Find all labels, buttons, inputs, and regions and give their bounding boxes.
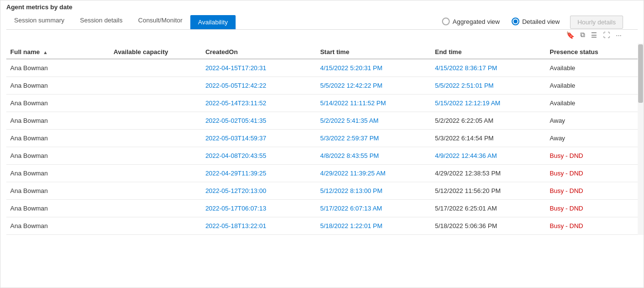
cell-created: 2022-05-17T06:07:13	[202, 200, 316, 217]
tab-session-summary[interactable]: Session summary	[6, 13, 72, 29]
cell-end: 5/17/2022 6:25:01 AM	[431, 200, 546, 217]
cell-fullname: Ana Bowman	[6, 165, 110, 182]
tab-availability[interactable]: Availability	[190, 15, 236, 29]
cell-created: 2022-05-02T05:41:35	[202, 112, 316, 130]
cell-capacity	[110, 217, 202, 235]
tab-session-details[interactable]: Session details	[72, 13, 130, 29]
cell-capacity	[110, 165, 202, 182]
cell-status: Busy - DND	[546, 165, 638, 182]
sort-arrow-fullname: ▲	[43, 50, 48, 55]
cell-created: 2022-05-03T14:59:37	[202, 130, 316, 147]
expand-icon[interactable]: ⛶	[602, 30, 611, 40]
cell-fullname: Ana Bowman	[6, 77, 110, 95]
cell-start: 4/15/2022 5:20:31 PM	[316, 59, 431, 77]
hourly-details-button[interactable]: Hourly details	[570, 16, 623, 29]
cell-end: 5/2/2022 6:22:05 AM	[431, 112, 546, 130]
cell-start: 5/14/2022 11:11:52 PM	[316, 95, 431, 112]
cell-fullname: Ana Bowman	[6, 112, 110, 130]
cell-status: Away	[546, 112, 638, 130]
cell-start: 5/17/2022 6:07:13 AM	[316, 200, 431, 217]
col-header-capacity: Available capacity	[110, 43, 202, 59]
table-row: Ana Bowman 2022-05-02T05:41:35 5/2/2022 …	[6, 112, 638, 130]
cell-end: 5/5/2022 2:51:01 PM	[431, 77, 546, 95]
cell-start: 4/29/2022 11:39:25 AM	[316, 165, 431, 182]
table-row: Ana Bowman 2022-04-15T17:20:31 4/15/2022…	[6, 59, 638, 77]
cell-start: 5/12/2022 8:13:00 PM	[316, 182, 431, 200]
cell-fullname: Ana Bowman	[6, 200, 110, 217]
cell-status: Available	[546, 95, 638, 112]
cell-fullname: Ana Bowman	[6, 217, 110, 235]
cell-start: 5/3/2022 2:59:37 PM	[316, 130, 431, 147]
table-row: Ana Bowman 2022-05-05T12:42:22 5/5/2022 …	[6, 77, 638, 95]
cell-status: Busy - DND	[546, 200, 638, 217]
cell-created: 2022-05-12T20:13:00	[202, 182, 316, 200]
cell-fullname: Ana Bowman	[6, 59, 110, 77]
cell-created: 2022-05-18T13:22:01	[202, 217, 316, 235]
cell-created: 2022-04-08T20:43:55	[202, 147, 316, 165]
cell-created: 2022-05-14T23:11:52	[202, 95, 316, 112]
cell-start: 5/18/2022 1:22:01 PM	[316, 217, 431, 235]
cell-status: Busy - DND	[546, 147, 638, 165]
cell-capacity	[110, 112, 202, 130]
cell-end: 5/3/2022 6:14:54 PM	[431, 130, 546, 147]
col-header-fullname[interactable]: Full name ▲	[6, 43, 110, 59]
copy-icon[interactable]: ⧉	[579, 30, 587, 40]
cell-end: 4/15/2022 8:36:17 PM	[431, 59, 546, 77]
table-container: Full name ▲ Available capacity CreatedOn…	[0, 43, 644, 235]
table-row: Ana Bowman 2022-05-18T13:22:01 5/18/2022…	[6, 217, 638, 235]
cell-capacity	[110, 130, 202, 147]
cell-created: 2022-04-15T17:20:31	[202, 59, 316, 77]
aggregated-radio[interactable]	[442, 18, 450, 25]
cell-status: Busy - DND	[546, 217, 638, 235]
table-row: Ana Bowman 2022-04-08T20:43:55 4/8/2022 …	[6, 147, 638, 165]
table-row: Ana Bowman 2022-05-17T06:07:13 5/17/2022…	[6, 200, 638, 217]
detailed-view-label: Detailed view	[522, 18, 560, 25]
cell-created: 2022-04-29T11:39:25	[202, 165, 316, 182]
scrollbar-track[interactable]	[638, 43, 644, 235]
cell-start: 4/8/2022 8:43:55 PM	[316, 147, 431, 165]
filter-icon[interactable]: ☰	[589, 30, 599, 40]
cell-end: 4/29/2022 12:38:53 PM	[431, 165, 546, 182]
cell-capacity	[110, 200, 202, 217]
cell-capacity	[110, 59, 202, 77]
cell-end: 5/15/2022 12:12:19 AM	[431, 95, 546, 112]
cell-capacity	[110, 182, 202, 200]
cell-status: Away	[546, 130, 638, 147]
aggregated-view-option[interactable]: Aggregated view	[442, 18, 500, 25]
cell-status: Busy - DND	[546, 182, 638, 200]
table-row: Ana Bowman 2022-05-03T14:59:37 5/3/2022 …	[6, 130, 638, 147]
page-title: Agent metrics by date	[6, 3, 638, 13]
col-header-end: End time	[431, 43, 546, 59]
page-wrapper: Agent metrics by date Session summary Se…	[0, 0, 644, 288]
cell-start: 5/2/2022 5:41:35 AM	[316, 112, 431, 130]
cell-capacity	[110, 95, 202, 112]
cell-fullname: Ana Bowman	[6, 147, 110, 165]
cell-end: 5/18/2022 5:06:36 PM	[431, 217, 546, 235]
col-header-status: Presence status	[546, 43, 638, 59]
cell-status: Available	[546, 77, 638, 95]
cell-fullname: Ana Bowman	[6, 130, 110, 147]
col-header-created: CreatedOn	[202, 43, 316, 59]
cell-end: 5/12/2022 11:56:20 PM	[431, 182, 546, 200]
cell-capacity	[110, 77, 202, 95]
tab-consult-monitor[interactable]: Consult/Monitor	[130, 13, 190, 29]
detailed-radio[interactable]	[512, 18, 519, 25]
cell-fullname: Ana Bowman	[6, 182, 110, 200]
data-table: Full name ▲ Available capacity CreatedOn…	[6, 43, 638, 235]
table-row: Ana Bowman 2022-05-12T20:13:00 5/12/2022…	[6, 182, 638, 200]
cell-created: 2022-05-05T12:42:22	[202, 77, 316, 95]
cell-capacity	[110, 147, 202, 165]
more-icon[interactable]: ···	[614, 30, 623, 40]
col-header-start: Start time	[316, 43, 431, 59]
table-row: Ana Bowman 2022-04-29T11:39:25 4/29/2022…	[6, 165, 638, 182]
aggregated-view-label: Aggregated view	[453, 18, 500, 25]
scrollbar-thumb[interactable]	[638, 44, 643, 103]
cell-end: 4/9/2022 12:44:36 AM	[431, 147, 546, 165]
detailed-view-option[interactable]: Detailed view	[512, 18, 560, 25]
cell-status: Available	[546, 59, 638, 77]
bookmark-icon[interactable]: 🔖	[565, 30, 576, 40]
table-row: Ana Bowman 2022-05-14T23:11:52 5/14/2022…	[6, 95, 638, 112]
cell-fullname: Ana Bowman	[6, 95, 110, 112]
cell-start: 5/5/2022 12:42:22 PM	[316, 77, 431, 95]
